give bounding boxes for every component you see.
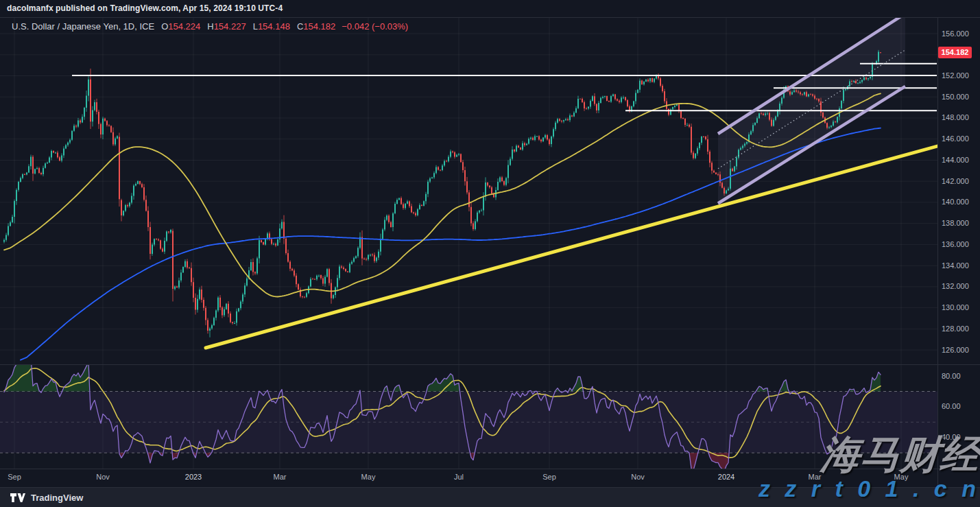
ohlc-values: O154.224H154.227L154.148C154.182 bbox=[154, 21, 335, 32]
price-axis-label: 138.000 bbox=[942, 218, 977, 228]
rsi-axis-label: 80.00 bbox=[942, 371, 977, 381]
time-axis-label: Mar bbox=[274, 473, 287, 481]
ohlc-value: 154.148 bbox=[258, 21, 290, 32]
time-axis-label: Mar bbox=[809, 473, 822, 481]
tradingview-published-chart: dacolmanfx published on TradingView.com,… bbox=[0, 0, 980, 507]
timeaxis-divider bbox=[0, 469, 980, 469]
price-axis-label: 136.000 bbox=[942, 239, 977, 250]
price-axis-label: 150.000 bbox=[942, 92, 977, 102]
tradingview-brand[interactable]: TradingView bbox=[31, 493, 83, 503]
price-axis-label: 152.000 bbox=[942, 71, 977, 81]
time-axis-label: Jul bbox=[454, 473, 464, 481]
price-axis-label: 148.000 bbox=[942, 113, 977, 123]
axis-divider bbox=[937, 17, 938, 487]
price-axis-label: 146.000 bbox=[942, 134, 977, 144]
chart-canvas[interactable] bbox=[0, 0, 980, 507]
time-axis-label: Nov bbox=[631, 473, 645, 481]
header-divider bbox=[0, 17, 980, 18]
rsi-axis-label: 40.00 bbox=[942, 432, 977, 443]
price-axis-label: 156.000 bbox=[942, 29, 977, 39]
price-axis-label: 142.000 bbox=[942, 176, 977, 187]
time-axis-label: 2024 bbox=[718, 473, 734, 481]
attribution-text: dacolmanfx published on TradingView.com,… bbox=[7, 3, 283, 13]
symbol-legend[interactable]: U.S. Dollar / Japanese Yen, 1D, ICEO154.… bbox=[12, 21, 408, 32]
price-axis-label: 140.000 bbox=[942, 197, 977, 207]
price-axis-label: 132.000 bbox=[942, 281, 977, 292]
price-axis-label: 134.000 bbox=[942, 261, 977, 271]
price-change: −0.042 (−0.03%) bbox=[342, 21, 408, 32]
time-axis-label: May bbox=[894, 473, 909, 481]
ohlc-key: O bbox=[161, 21, 168, 32]
time-axis-label: May bbox=[361, 473, 376, 481]
pane-divider bbox=[0, 364, 980, 365]
price-axis-label: 130.000 bbox=[942, 303, 977, 313]
time-axis-label: Sep bbox=[8, 473, 21, 481]
time-axis-label: Sep bbox=[542, 473, 556, 481]
price-axis-label: 144.000 bbox=[942, 155, 977, 165]
ohlc-key: L bbox=[253, 21, 258, 32]
ohlc-value: 154.182 bbox=[303, 21, 335, 32]
price-axis-label: 126.000 bbox=[942, 345, 977, 355]
tradingview-logo-icon[interactable] bbox=[10, 493, 25, 503]
last-price-badge: 154.182 bbox=[938, 47, 972, 58]
time-axis-label: 2023 bbox=[185, 473, 202, 481]
rsi-axis-label: 60.00 bbox=[942, 401, 977, 412]
footer-bar: TradingView bbox=[0, 487, 980, 507]
ohlc-value: 154.224 bbox=[168, 21, 200, 32]
ohlc-key: C bbox=[297, 21, 303, 32]
price-axis-label: 128.000 bbox=[942, 324, 977, 334]
time-axis-label: Nov bbox=[96, 473, 110, 481]
ohlc-value: 154.227 bbox=[214, 21, 246, 32]
ohlc-key: H bbox=[207, 21, 213, 32]
symbol-title: U.S. Dollar / Japanese Yen, 1D, ICE bbox=[12, 21, 154, 32]
